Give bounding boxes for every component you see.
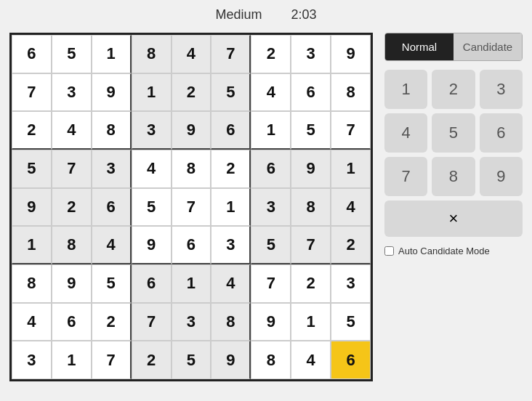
sudoku-cell[interactable]: 2 — [172, 73, 211, 112]
sudoku-cell[interactable]: 7 — [251, 264, 291, 303]
sudoku-cell[interactable]: 8 — [291, 188, 331, 227]
sudoku-cell[interactable]: 7 — [92, 341, 132, 379]
sudoku-cell[interactable]: 7 — [12, 73, 52, 112]
sudoku-cell[interactable]: 9 — [52, 264, 92, 303]
sudoku-cell[interactable]: 8 — [211, 303, 251, 341]
sudoku-cell[interactable]: 9 — [291, 150, 331, 188]
sudoku-cell[interactable]: 5 — [12, 150, 52, 188]
sudoku-cell[interactable]: 4 — [92, 226, 132, 264]
sudoku-cell[interactable]: 2 — [12, 111, 52, 150]
sudoku-cell[interactable]: 5 — [132, 188, 172, 227]
sudoku-row: 184963572 — [12, 226, 371, 264]
sudoku-cell[interactable]: 5 — [331, 303, 371, 341]
sudoku-cell[interactable]: 5 — [92, 264, 132, 303]
sudoku-cell[interactable]: 1 — [291, 303, 331, 341]
sudoku-cell[interactable]: 7 — [331, 111, 371, 150]
sudoku-cell[interactable]: 4 — [291, 341, 331, 379]
sudoku-cell[interactable]: 6 — [132, 264, 172, 303]
sudoku-cell[interactable]: 4 — [12, 303, 52, 341]
num-btn-2[interactable]: 2 — [432, 70, 475, 109]
sudoku-cell[interactable]: 5 — [211, 73, 251, 112]
normal-mode-button[interactable]: Normal — [385, 33, 454, 60]
sudoku-cell[interactable]: 8 — [251, 341, 291, 379]
sudoku-board: 6518472397391254682483961575734826919265… — [9, 33, 373, 381]
sudoku-cell[interactable]: 9 — [172, 111, 211, 150]
num-btn-3[interactable]: 3 — [480, 70, 523, 109]
sudoku-cell[interactable]: 4 — [52, 111, 92, 150]
sudoku-cell[interactable]: 4 — [331, 188, 371, 227]
sudoku-cell[interactable]: 2 — [251, 35, 291, 73]
sudoku-cell[interactable]: 1 — [331, 150, 371, 188]
num-btn-5[interactable]: 5 — [432, 113, 475, 153]
sudoku-cell[interactable]: 8 — [52, 226, 92, 264]
sudoku-cell[interactable]: 3 — [52, 73, 92, 112]
sudoku-cell[interactable]: 8 — [12, 264, 52, 303]
sudoku-cell[interactable]: 4 — [211, 264, 251, 303]
sudoku-cell[interactable]: 6 — [211, 111, 251, 150]
sudoku-cell[interactable]: 1 — [52, 341, 92, 379]
num-btn-8[interactable]: 8 — [432, 157, 475, 196]
num-btn-4[interactable]: 4 — [384, 113, 427, 153]
sudoku-cell[interactable]: 5 — [172, 341, 211, 379]
sudoku-cell[interactable]: 2 — [291, 264, 331, 303]
sudoku-cell[interactable]: 5 — [251, 226, 291, 264]
sudoku-cell[interactable]: 2 — [211, 150, 251, 188]
sudoku-cell[interactable]: 4 — [172, 35, 211, 73]
sudoku-cell[interactable]: 7 — [52, 150, 92, 188]
sudoku-cell[interactable]: 1 — [211, 188, 251, 227]
num-btn-6[interactable]: 6 — [480, 113, 523, 153]
sudoku-row: 895614723 — [12, 264, 371, 303]
sudoku-cell[interactable]: 8 — [172, 150, 211, 188]
sudoku-cell[interactable]: 6 — [291, 73, 331, 112]
auto-candidate-checkbox[interactable] — [384, 246, 394, 256]
sudoku-cell[interactable]: 2 — [52, 188, 92, 227]
side-panel: Normal Candidate 123456789× Auto Candida… — [384, 33, 523, 256]
sudoku-cell[interactable]: 9 — [251, 303, 291, 341]
auto-candidate-label: Auto Candidate Mode — [398, 246, 490, 256]
sudoku-cell[interactable]: 4 — [132, 150, 172, 188]
sudoku-cell[interactable]: 5 — [291, 111, 331, 150]
sudoku-cell[interactable]: 1 — [12, 226, 52, 264]
sudoku-cell[interactable]: 9 — [12, 188, 52, 227]
delete-button[interactable]: × — [384, 200, 523, 237]
sudoku-cell[interactable]: 2 — [92, 303, 132, 341]
sudoku-cell[interactable]: 9 — [331, 35, 371, 73]
sudoku-cell[interactable]: 7 — [211, 35, 251, 73]
sudoku-cell[interactable]: 6 — [251, 150, 291, 188]
sudoku-cell[interactable]: 6 — [52, 303, 92, 341]
num-btn-9[interactable]: 9 — [480, 157, 523, 196]
sudoku-cell[interactable]: 3 — [12, 341, 52, 379]
sudoku-cell[interactable]: 7 — [291, 226, 331, 264]
sudoku-cell[interactable]: 3 — [132, 111, 172, 150]
sudoku-cell[interactable]: 1 — [92, 35, 132, 73]
sudoku-cell[interactable]: 6 — [12, 35, 52, 73]
sudoku-cell[interactable]: 8 — [92, 111, 132, 150]
sudoku-cell[interactable]: 2 — [132, 341, 172, 379]
sudoku-cell[interactable]: 7 — [172, 188, 211, 227]
sudoku-cell[interactable]: 3 — [291, 35, 331, 73]
sudoku-cell[interactable]: 1 — [172, 264, 211, 303]
timer-label: 2:03 — [291, 7, 316, 23]
num-btn-7[interactable]: 7 — [384, 157, 427, 196]
sudoku-cell[interactable]: 3 — [92, 150, 132, 188]
sudoku-cell[interactable]: 6 — [92, 188, 132, 227]
sudoku-cell[interactable]: 1 — [251, 111, 291, 150]
sudoku-cell[interactable]: 7 — [132, 303, 172, 341]
sudoku-cell[interactable]: 3 — [251, 188, 291, 227]
sudoku-cell[interactable]: 6 — [172, 226, 211, 264]
candidate-mode-button[interactable]: Candidate — [454, 33, 522, 60]
sudoku-cell[interactable]: 5 — [52, 35, 92, 73]
sudoku-cell[interactable]: 3 — [211, 226, 251, 264]
sudoku-cell[interactable]: 3 — [331, 264, 371, 303]
sudoku-cell[interactable]: 8 — [331, 73, 371, 112]
sudoku-cell[interactable]: 6 — [331, 341, 371, 379]
sudoku-cell[interactable]: 4 — [251, 73, 291, 112]
sudoku-cell[interactable]: 9 — [132, 226, 172, 264]
sudoku-cell[interactable]: 8 — [132, 35, 172, 73]
sudoku-cell[interactable]: 9 — [92, 73, 132, 112]
sudoku-cell[interactable]: 3 — [172, 303, 211, 341]
sudoku-cell[interactable]: 1 — [132, 73, 172, 112]
sudoku-cell[interactable]: 9 — [211, 341, 251, 379]
num-btn-1[interactable]: 1 — [384, 70, 427, 109]
sudoku-cell[interactable]: 2 — [331, 226, 371, 264]
